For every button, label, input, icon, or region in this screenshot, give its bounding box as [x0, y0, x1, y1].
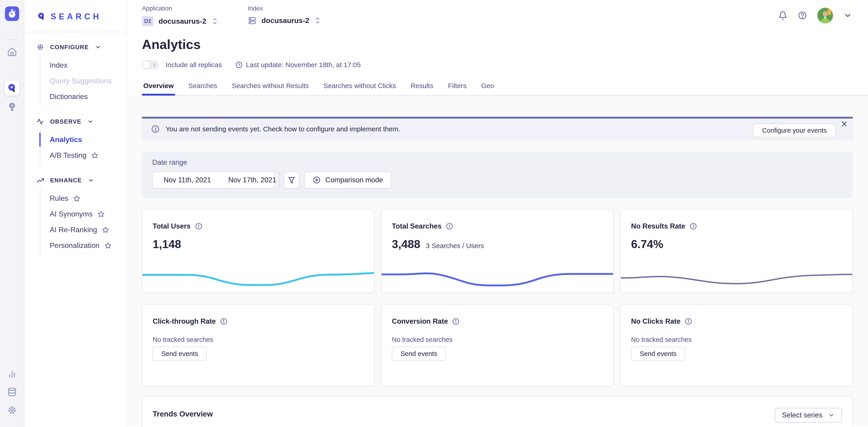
- configure-events-button[interactable]: Configure your events: [753, 124, 836, 137]
- star-icon[interactable]: [73, 195, 80, 202]
- sidebar-item-ab-testing[interactable]: A/B Testing: [40, 147, 126, 163]
- tab-searches[interactable]: Searches: [187, 79, 218, 95]
- tab-filters[interactable]: Filters: [446, 79, 468, 95]
- main-area: Application D2 docusaurus-2 Index docusa…: [127, 0, 868, 427]
- analytics-tabs: Overview Searches Searches without Resul…: [142, 79, 868, 96]
- date-range-end: Nov 17th, 2021: [228, 176, 276, 184]
- sidebar-header-enhance[interactable]: ENHANCE: [25, 176, 126, 184]
- application-selector[interactable]: D2 docusaurus-2: [142, 16, 218, 26]
- updown-chevrons-icon: [211, 17, 218, 26]
- tab-results[interactable]: Results: [409, 79, 435, 95]
- application-value: docusaurus-2: [159, 17, 207, 26]
- brand-logo-text: SEARCH: [51, 12, 102, 22]
- star-icon[interactable]: [102, 227, 109, 233]
- star-icon[interactable]: [91, 152, 98, 159]
- no-results-rate-sparkline: [621, 264, 852, 290]
- card-title: Click-through Rate: [153, 317, 216, 326]
- sidebar-header-observe[interactable]: OBSERVE: [25, 118, 126, 125]
- brand-logo[interactable]: SEARCH: [25, 0, 126, 22]
- gear-icon[interactable]: [7, 405, 17, 415]
- card-title: Total Users: [153, 222, 191, 230]
- total-users-card: Total Users 1,148: [142, 209, 374, 293]
- avatar[interactable]: [817, 8, 833, 23]
- sidebar-item-rules[interactable]: Rules: [40, 191, 126, 206]
- no-results-rate-card: No Results Rate 6.74%: [620, 209, 853, 293]
- search-logo-icon: [37, 12, 46, 21]
- card-status: No tracked searches: [143, 326, 374, 343]
- last-update-text: Last update: November 18th, at 17:05: [246, 61, 361, 69]
- topbar-right-cluster: [778, 8, 852, 23]
- chevron-down-icon: [88, 177, 94, 184]
- star-icon[interactable]: [98, 211, 104, 218]
- icon-rail: [0, 0, 24, 427]
- chevron-down-icon: [87, 118, 94, 125]
- info-icon[interactable]: [445, 222, 453, 230]
- topbar: Application D2 docusaurus-2 Index docusa…: [127, 0, 868, 26]
- sidebar-item-dictionaries[interactable]: Dictionaries: [40, 89, 126, 104]
- sidebar-item-query-suggestions[interactable]: Query Suggestions: [40, 73, 126, 89]
- index-selector[interactable]: docusaurus-2: [248, 16, 321, 25]
- funnel-icon: [288, 176, 296, 184]
- search-icon[interactable]: [5, 80, 20, 96]
- chevron-down-icon: [828, 412, 835, 419]
- tab-searches-without-clicks[interactable]: Searches without Clicks: [322, 79, 397, 95]
- content-region: You are not sending events yet. Check ho…: [127, 96, 868, 425]
- sidebar-divider: [25, 32, 126, 32]
- include-replicas-label: Include all replicas: [166, 61, 222, 69]
- card-status: No tracked searches: [381, 326, 613, 343]
- close-icon[interactable]: [841, 121, 848, 127]
- index-icon: [248, 16, 256, 25]
- no-clicks-rate-card: No Clicks Rate No tracked searches Send …: [620, 304, 853, 386]
- database-icon[interactable]: [7, 387, 17, 397]
- info-icon[interactable]: [220, 318, 227, 325]
- controls-divider: [279, 172, 280, 189]
- toggle-knob: [143, 61, 150, 69]
- sidebar-item-analytics[interactable]: Analytics: [40, 132, 126, 147]
- help-icon[interactable]: [798, 11, 807, 20]
- replica-row: Include all replicas Last update: Novemb…: [142, 61, 868, 69]
- sidebar-item-label: Query Suggestions: [50, 77, 112, 85]
- info-icon[interactable]: [689, 222, 697, 230]
- card-subtext: 3 Searches / Users: [426, 242, 484, 250]
- tab-geo[interactable]: Geo: [480, 79, 496, 95]
- sidebar-header-configure[interactable]: CONFIGURE: [25, 43, 126, 51]
- info-icon[interactable]: [452, 318, 460, 325]
- sidebar-item-personalization[interactable]: Personalization: [40, 238, 126, 253]
- bar-chart-icon[interactable]: [7, 369, 17, 379]
- bell-icon[interactable]: [778, 11, 787, 20]
- account-chevron-down-icon[interactable]: [843, 11, 852, 20]
- total-searches-sparkline: [381, 264, 613, 290]
- date-range-picker[interactable]: Nov 11th, 2021 Nov 17th, 2021: [152, 172, 275, 189]
- tab-overview[interactable]: Overview: [142, 79, 175, 95]
- sidebar-item-label: Index: [50, 61, 67, 69]
- include-replicas-toggle[interactable]: [142, 61, 159, 69]
- trending-up-icon: [36, 176, 44, 184]
- card-title: Total Searches: [392, 222, 441, 230]
- filter-button[interactable]: [284, 172, 299, 189]
- select-series-label: Select series: [782, 411, 823, 419]
- total-users-sparkline: [143, 264, 374, 290]
- sidebar-item-ai-synonyms[interactable]: AI Synonyms: [40, 206, 126, 222]
- activity-icon: [36, 118, 44, 125]
- sidebar-item-ai-re-ranking[interactable]: AI Re-Ranking: [40, 222, 126, 238]
- send-events-button[interactable]: Send events: [153, 347, 207, 361]
- info-icon[interactable]: [195, 222, 203, 230]
- star-icon[interactable]: [104, 242, 112, 249]
- send-events-button[interactable]: Send events: [631, 347, 685, 361]
- timer-icon[interactable]: [5, 6, 19, 21]
- comparison-mode-button[interactable]: Comparison mode: [304, 172, 391, 189]
- lightbulb-icon[interactable]: [7, 101, 17, 113]
- home-icon[interactable]: [7, 47, 17, 57]
- sidebar-item-label: Analytics: [50, 135, 82, 144]
- select-series-button[interactable]: Select series: [775, 408, 842, 422]
- sidebar-section-configure: CONFIGURE Index Query Suggestions Dictio…: [25, 43, 126, 107]
- clock-icon: [235, 61, 243, 69]
- info-icon[interactable]: [685, 318, 692, 325]
- index-selector-group: Index docusaurus-2: [248, 5, 321, 26]
- info-icon: [151, 125, 160, 133]
- chevron-down-icon: [95, 44, 101, 50]
- sidebar-item-index[interactable]: Index: [40, 57, 126, 73]
- tab-searches-without-results[interactable]: Searches without Results: [230, 79, 310, 95]
- rail-divider: [5, 39, 19, 40]
- send-events-button[interactable]: Send events: [392, 347, 446, 361]
